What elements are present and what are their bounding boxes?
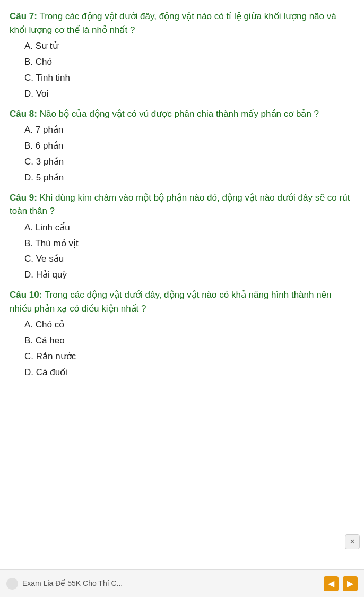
question-q7-option-d[interactable]: D. Voi [24, 86, 354, 102]
next-icon: ▶ [347, 577, 353, 590]
question-q9: Câu 9: Khi dùng kim châm vào một bộ phận… [10, 191, 354, 283]
question-q8-option-c[interactable]: C. 3 phần [24, 154, 354, 170]
question-q10-option-a[interactable]: A. Chó cỏ [24, 317, 354, 333]
question-q10-label: Câu 10: [10, 290, 42, 300]
question-q9-option-d[interactable]: D. Hải quỳ [24, 267, 354, 283]
bottom-bar-text: Exam Lia Đế 55K Cho Thí C... [22, 578, 123, 589]
close-button[interactable]: × [345, 534, 360, 549]
question-q10-option-b[interactable]: B. Cá heo [24, 333, 354, 349]
question-q7-option-a[interactable]: A. Sư tử [24, 39, 354, 54]
question-q8-options: A. 7 phầnB. 6 phầnC. 3 phầnD. 5 phần [24, 123, 354, 186]
question-q7-option-b[interactable]: B. Chó [24, 55, 354, 70]
question-q8-option-b[interactable]: B. 6 phần [24, 139, 354, 154]
question-q9-option-a[interactable]: A. Linh cẩu [24, 220, 354, 236]
question-q8-option-d[interactable]: D. 5 phần [24, 170, 354, 186]
question-q8-label: Câu 8: [10, 109, 37, 119]
question-q8-body: Não bộ của động vật có vú được phân chia… [37, 109, 319, 119]
close-icon: × [350, 535, 354, 548]
questions-container: Câu 7: Trong các động vật dưới đây, động… [10, 10, 354, 380]
question-q7-label: Câu 7: [10, 11, 37, 21]
question-q8-text: Câu 8: Não bộ của động vật có vú được ph… [10, 107, 354, 121]
question-q10-option-c[interactable]: C. Rắn nước [24, 349, 354, 365]
question-q7: Câu 7: Trong các động vật dưới đây, động… [10, 10, 354, 102]
nav-prev-button[interactable]: ◀ [324, 576, 339, 591]
question-q9-option-c[interactable]: C. Ve sầu [24, 252, 354, 267]
question-q9-option-b[interactable]: B. Thú mỏ vịt [24, 236, 354, 252]
question-q10: Câu 10: Trong các động vật dưới đây, độn… [10, 288, 354, 380]
question-q10-text: Câu 10: Trong các động vật dưới đây, độn… [10, 288, 354, 315]
question-q9-body: Khi dùng kim châm vào một bộ phận nào đó… [10, 193, 350, 217]
prev-icon: ◀ [328, 577, 334, 590]
bottom-bar: Exam Lia Đế 55K Cho Thí C... ◀ ▶ [0, 569, 364, 597]
question-q7-options: A. Sư tửB. ChóC. Tinh tinhD. Voi [24, 39, 354, 102]
question-q8: Câu 8: Não bộ của động vật có vú được ph… [10, 107, 354, 186]
nav-arrows: ◀ ▶ [324, 576, 358, 591]
question-q9-text: Câu 9: Khi dùng kim châm vào một bộ phận… [10, 191, 354, 218]
nav-next-button[interactable]: ▶ [343, 576, 358, 591]
question-q9-label: Câu 9: [10, 193, 37, 203]
question-q10-body: Trong các động vật dưới đây, động vật nà… [10, 290, 332, 314]
question-q8-option-a[interactable]: A. 7 phần [24, 123, 354, 138]
question-q10-option-d[interactable]: D. Cá đuối [24, 365, 354, 380]
bottom-bar-icon [6, 578, 18, 590]
question-q7-text: Câu 7: Trong các động vật dưới đây, động… [10, 10, 354, 37]
question-q9-options: A. Linh cẩuB. Thú mỏ vịtC. Ve sầuD. Hải … [24, 220, 354, 283]
question-q10-options: A. Chó cỏB. Cá heoC. Rắn nướcD. Cá đuối [24, 317, 354, 380]
question-q7-body: Trong các động vật dưới đây, động vật nà… [10, 11, 336, 35]
question-q7-option-c[interactable]: C. Tinh tinh [24, 71, 354, 86]
